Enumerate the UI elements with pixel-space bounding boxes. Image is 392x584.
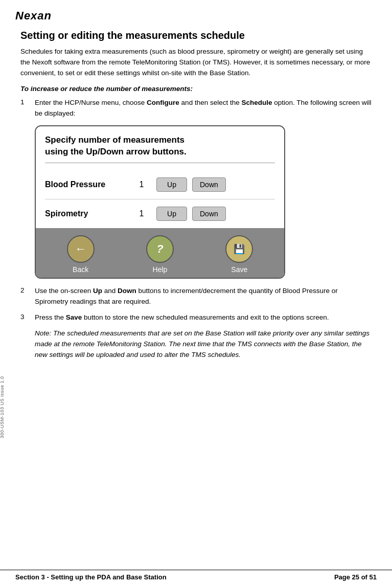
help-question-icon: ? bbox=[156, 242, 163, 256]
back-button-wrap: ← Back bbox=[67, 235, 95, 274]
step-3-text: Press the Save button to store the new s… bbox=[35, 312, 372, 323]
italic-heading: To increase or reduce the number of meas… bbox=[20, 85, 372, 93]
step-num-3: 3 bbox=[20, 312, 35, 321]
side-label: 300-USM-103 US issue 1.0 bbox=[0, 376, 5, 438]
save-label: Save bbox=[231, 265, 247, 274]
footer-section: Section 3 - Setting up the PDA and Base … bbox=[15, 573, 167, 581]
footer-bar: Section 3 - Setting up the PDA and Base … bbox=[0, 570, 392, 584]
save-button[interactable]: 💾 bbox=[225, 235, 253, 263]
blood-pressure-count: 1 bbox=[132, 180, 151, 189]
save-button-wrap: 💾 Save bbox=[225, 235, 253, 274]
note-paragraph: Note: The scheduled measurements that ar… bbox=[35, 328, 372, 361]
step-2-text: Use the on-screen Up and Down buttons to… bbox=[35, 286, 372, 307]
spirometry-buttons: Up Down bbox=[156, 207, 226, 221]
page-title: Setting or editing the measurements sche… bbox=[20, 30, 372, 41]
spirometry-up-button[interactable]: Up bbox=[156, 207, 187, 221]
step-2: 2 Use the on-screen Up and Down buttons … bbox=[20, 286, 372, 307]
device-footer: ← Back ? Help 💾 Save bbox=[36, 228, 284, 278]
intro-paragraph: Schedules for taking extra measurements … bbox=[20, 47, 372, 79]
step-3: 3 Press the Save button to store the new… bbox=[20, 312, 372, 323]
step-num-1: 1 bbox=[20, 98, 35, 106]
spirometry-down-button[interactable]: Down bbox=[192, 207, 226, 221]
save-disk-icon: 💾 bbox=[234, 243, 245, 255]
help-button-wrap: ? Help bbox=[146, 235, 174, 274]
step-1-text: Enter the HCP/Nurse menu, choose Configu… bbox=[35, 98, 372, 119]
help-label: Help bbox=[153, 265, 168, 274]
back-arrow-icon: ← bbox=[75, 242, 86, 256]
blood-pressure-row: Blood Pressure 1 Up Down bbox=[45, 170, 275, 199]
spirometry-count: 1 bbox=[132, 209, 151, 218]
blood-pressure-buttons: Up Down bbox=[156, 177, 226, 192]
device-screenshot: Specify number of measurements using the… bbox=[35, 125, 285, 279]
help-button[interactable]: ? bbox=[146, 235, 174, 263]
step-1: 1 Enter the HCP/Nurse menu, choose Confi… bbox=[20, 98, 372, 119]
blood-pressure-up-button[interactable]: Up bbox=[156, 177, 187, 192]
blood-pressure-down-button[interactable]: Down bbox=[192, 177, 226, 192]
blood-pressure-label: Blood Pressure bbox=[45, 180, 132, 189]
back-button[interactable]: ← bbox=[67, 235, 95, 263]
spirometry-label: Spirometry bbox=[45, 209, 132, 218]
footer-page: Page 25 of 51 bbox=[334, 573, 377, 581]
back-label: Back bbox=[73, 265, 88, 274]
logo: Nexan bbox=[0, 5, 392, 25]
device-instruction: Specify number of measurements using the… bbox=[45, 134, 275, 164]
step-num-2: 2 bbox=[20, 286, 35, 294]
spirometry-row: Spirometry 1 Up Down bbox=[45, 199, 275, 228]
